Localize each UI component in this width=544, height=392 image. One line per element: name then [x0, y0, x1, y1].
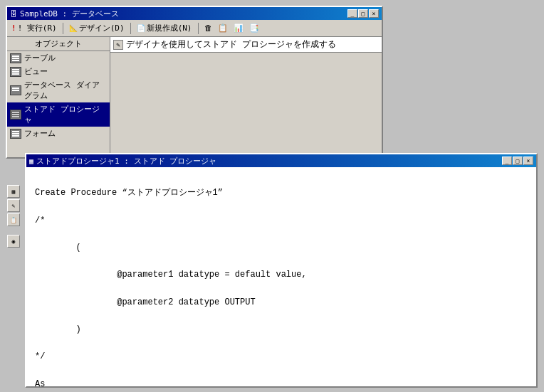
run-icon: ! — [11, 23, 16, 33]
code-line-7: */ — [35, 350, 528, 364]
code-line-2: /* — [35, 214, 528, 228]
close-button[interactable]: × — [369, 9, 379, 18]
run-toolbar-item[interactable]: ! ! 実行(R) — [10, 22, 58, 34]
object-item-form[interactable]: フォーム — [7, 127, 110, 140]
sp-label: ストアド プロシージャ — [24, 104, 107, 125]
right-panel-header: ✎ デザイナを使用してストアド プロシージャを作成する — [110, 37, 382, 53]
object-list: テーブル ビュー — [7, 51, 110, 140]
svg-rect-1 — [12, 55, 19, 57]
run-label: ! 実行(R) — [18, 23, 57, 33]
svg-rect-18 — [12, 135, 19, 137]
side-btn-4[interactable]: ◉ — [7, 235, 20, 248]
toolbar-sep-3 — [198, 23, 199, 34]
side-btn-3[interactable]: 📋 — [7, 213, 20, 226]
object-panel: オブジェクト テーブル — [7, 37, 110, 157]
design-icon: 📐 — [69, 24, 78, 32]
code-line-5: @parameter2 datatype OUTPUT — [35, 296, 528, 309]
table-icon — [10, 53, 21, 63]
diagram-icon — [10, 85, 21, 95]
svg-rect-5 — [12, 69, 19, 70]
new-icon: 📄 — [137, 24, 145, 32]
object-item-table[interactable]: テーブル — [7, 51, 110, 65]
sp-window-controls: _ □ × — [502, 157, 533, 165]
sp-close-button[interactable]: × — [523, 157, 533, 165]
form-icon — [10, 129, 21, 139]
svg-rect-14 — [12, 116, 19, 117]
code-line-8: As — [35, 378, 528, 386]
form-label: フォーム — [24, 128, 56, 139]
svg-rect-10 — [12, 90, 19, 91]
new-toolbar-item[interactable]: 📄 新規作成(N) — [135, 22, 194, 34]
side-btn-2[interactable]: ✎ — [7, 199, 20, 212]
main-title-label: SampleDB : データベース — [20, 9, 119, 19]
svg-rect-3 — [12, 60, 19, 61]
maximize-button[interactable]: □ — [358, 9, 368, 18]
view-label: ビュー — [24, 66, 48, 77]
right-panel-hint: デザイナを使用してストアド プロシージャを作成する — [126, 38, 336, 51]
code-line-1: Create Procedure “ストアドプロシージャ1” — [35, 186, 528, 200]
main-db-window: 🗄 SampleDB : データベース _ □ × ! ! 実行(R) 📐 デザ… — [6, 6, 383, 159]
svg-rect-9 — [12, 88, 19, 89]
table-label: テーブル — [24, 53, 56, 63]
main-title-bar: 🗄 SampleDB : データベース _ □ × — [7, 7, 382, 20]
extra-btn-3[interactable]: 📊 — [232, 23, 245, 33]
sp-window-icon: ▦ — [29, 157, 33, 165]
sp-editor-window: ▦ ストアドプロシージャ1 : ストアド プロシージャ _ □ × Create… — [25, 153, 538, 388]
main-content-area: オブジェクト テーブル — [7, 37, 382, 157]
design-toolbar-item[interactable]: 📐 デザイン(D) — [68, 22, 126, 34]
sp-icon — [10, 110, 21, 120]
db-icon: 🗄 — [10, 10, 17, 18]
svg-rect-17 — [12, 133, 19, 134]
toolbar-sep-2 — [130, 23, 131, 34]
extra-btn-1[interactable]: 🗑 — [203, 23, 214, 33]
svg-rect-2 — [12, 58, 19, 59]
side-btn-1[interactable]: ▦ — [7, 185, 20, 198]
right-panel-icon: ✎ — [113, 40, 123, 50]
extra-icon-2: 📋 — [218, 23, 228, 33]
svg-rect-16 — [12, 131, 19, 132]
extra-icon-3: 📊 — [234, 23, 244, 33]
main-title-text: 🗄 SampleDB : データベース — [10, 9, 119, 19]
object-item-diagram[interactable]: データベース ダイアグラム — [7, 78, 110, 102]
diagram-label: データベース ダイアグラム — [24, 80, 107, 101]
code-line-3: ( — [35, 241, 528, 255]
sp-maximize-button[interactable]: □ — [513, 157, 523, 165]
sp-title-label: ストアドプロシージャ1 : ストアド プロシージャ — [36, 156, 216, 166]
sp-title-text: ▦ ストアドプロシージャ1 : ストアド プロシージャ — [29, 156, 216, 166]
toolbar-sep-1 — [63, 23, 63, 34]
extra-icon-1: 🗑 — [204, 23, 212, 33]
object-item-sp[interactable]: ストアド プロシージャ — [7, 102, 110, 127]
main-window-controls: _ □ × — [347, 9, 379, 18]
side-toolbar: ▦ ✎ 📋 ◉ — [7, 185, 20, 248]
svg-rect-6 — [12, 71, 19, 73]
right-panel: ✎ デザイナを使用してストアド プロシージャを作成する — [110, 37, 382, 157]
object-item-view[interactable]: ビュー — [7, 65, 110, 78]
svg-rect-12 — [12, 112, 19, 113]
main-toolbar: ! ! 実行(R) 📐 デザイン(D) 📄 新規作成(N) 🗑 📋 📊 📑 — [7, 20, 382, 37]
code-line-4: @parameter1 datatype = default value, — [35, 268, 528, 282]
extra-icon-4: 📑 — [249, 23, 259, 33]
object-panel-header: オブジェクト — [7, 37, 110, 51]
extra-btn-4[interactable]: 📑 — [248, 23, 261, 33]
sp-title-bar: ▦ ストアドプロシージャ1 : ストアド プロシージャ _ □ × — [26, 154, 536, 167]
svg-rect-13 — [12, 114, 19, 115]
minimize-button[interactable]: _ — [347, 9, 357, 18]
svg-rect-7 — [12, 73, 19, 75]
new-label: 新規作成(N) — [147, 23, 192, 33]
sp-code-editor[interactable]: Create Procedure “ストアドプロシージャ1” /* ( @par… — [26, 167, 536, 386]
design-label: デザイン(D) — [79, 23, 125, 33]
extra-btn-2[interactable]: 📋 — [216, 23, 229, 33]
view-icon — [10, 67, 21, 77]
code-line-6: ) — [35, 323, 528, 337]
sp-minimize-button[interactable]: _ — [502, 157, 512, 165]
